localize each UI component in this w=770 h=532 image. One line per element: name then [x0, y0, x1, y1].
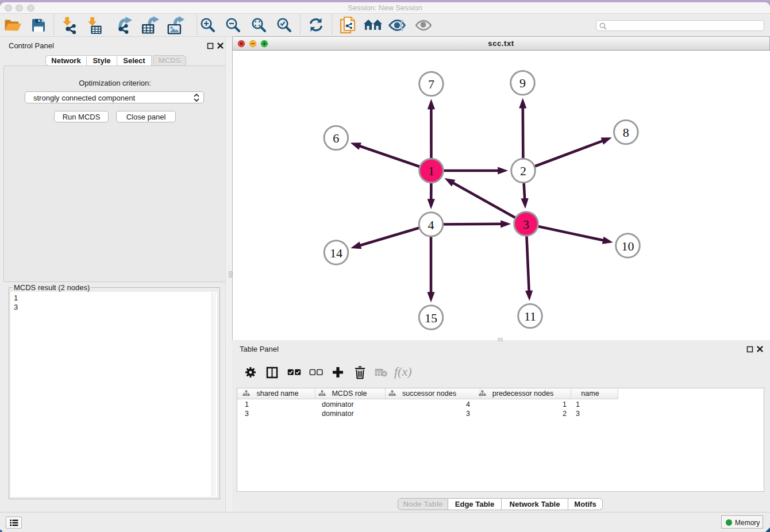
svg-text:3: 3	[523, 217, 529, 232]
svg-text:10: 10	[622, 239, 634, 253]
svg-text:15: 15	[425, 311, 437, 325]
svg-text:7: 7	[428, 77, 434, 91]
svg-text:1: 1	[428, 164, 434, 178]
svg-text:14: 14	[330, 246, 342, 260]
svg-text:6: 6	[333, 131, 339, 145]
svg-text:2: 2	[520, 164, 526, 178]
svg-text:11: 11	[524, 309, 536, 323]
svg-text:8: 8	[623, 125, 629, 140]
svg-text:9: 9	[519, 76, 526, 90]
svg-text:4: 4	[428, 218, 434, 232]
